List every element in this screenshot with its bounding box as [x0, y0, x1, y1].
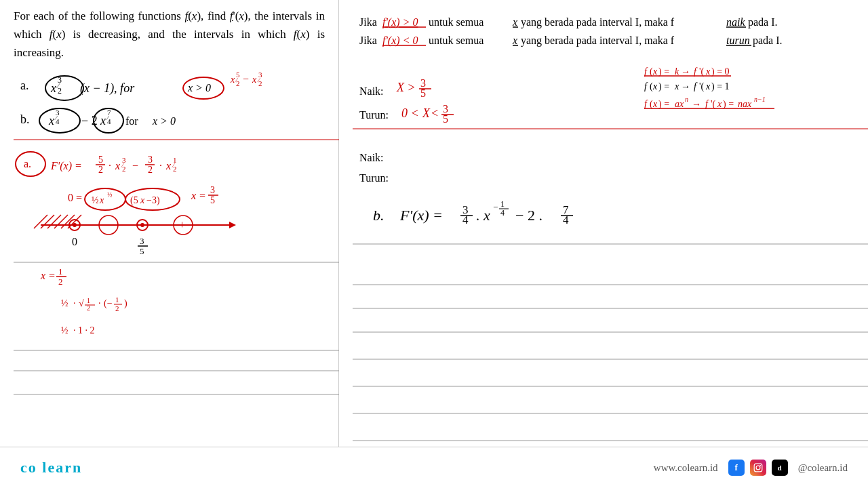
svg-text:x > 0: x > 0: [152, 115, 176, 127]
svg-point-19: [39, 108, 80, 133]
svg-text:·: ·: [73, 298, 76, 308]
svg-text:=: =: [199, 190, 205, 201]
svg-text:½: ½: [92, 195, 99, 205]
svg-text:x: x: [191, 190, 196, 201]
svg-text:X >: X >: [396, 81, 416, 94]
svg-text:Jika: Jika: [359, 16, 377, 28]
svg-text:2: 2: [87, 304, 90, 312]
svg-text:½: ½: [107, 191, 113, 199]
svg-text:·: ·: [159, 160, 162, 171]
svg-text:·: ·: [108, 160, 111, 171]
svg-text:k: k: [675, 66, 679, 77]
svg-text:(−: (−: [104, 298, 113, 309]
website-text: www.colearn.id: [654, 462, 718, 474]
svg-text:½: ½: [61, 325, 68, 336]
svg-text:4: 4: [56, 117, 60, 125]
svg-text:x: x: [165, 160, 171, 171]
logo: co learn: [20, 459, 82, 476]
svg-text:untuk semua: untuk semua: [429, 16, 484, 28]
svg-text:2: 2: [115, 304, 119, 312]
svg-text:x: x: [50, 81, 56, 95]
svg-text:F'(x) =: F'(x) =: [399, 207, 443, 224]
svg-text:Jika: Jika: [359, 35, 377, 46]
svg-text:+: +: [179, 219, 185, 230]
svg-text:f: f: [644, 99, 648, 109]
svg-text:turun: turun: [726, 35, 750, 46]
svg-text:·  1  ·  2: · 1 · 2: [73, 325, 95, 336]
svg-text:f: f: [694, 66, 698, 77]
instagram-icon: [750, 460, 766, 476]
svg-text:x: x: [230, 75, 235, 85]
svg-text:√: √: [79, 298, 84, 308]
svg-text:x: x: [674, 81, 679, 92]
svg-text:0 =: 0 =: [68, 192, 82, 203]
tiktok-icon: d: [772, 460, 788, 476]
svg-text:x: x: [100, 114, 106, 127]
svg-point-75: [73, 223, 77, 227]
svg-text:0: 0: [72, 236, 77, 247]
svg-line-67: [34, 215, 47, 228]
svg-text:1: 1: [115, 296, 119, 304]
svg-text:5: 5: [98, 155, 103, 165]
svg-text:3: 3: [148, 155, 153, 165]
math-svg: a. x 3 ⁄ 2 (x − 1), for x > 0 x 5 ⁄ 2: [14, 69, 339, 408]
svg-text:naik: naik: [726, 16, 745, 28]
svg-text:½: ½: [61, 298, 68, 308]
svg-text:5: 5: [420, 87, 426, 99]
svg-text:x: x: [705, 81, 711, 92]
svg-text:.: .: [476, 208, 479, 223]
svg-text:f: f: [644, 81, 648, 92]
svg-point-77: [140, 223, 144, 227]
social-handle: @colearn.id: [798, 462, 848, 474]
svg-text:→: →: [681, 81, 690, 92]
svg-point-206: [760, 465, 761, 466]
svg-text:−: −: [493, 202, 498, 212]
svg-text:2: 2: [122, 165, 126, 173]
svg-text:F'(x) =: F'(x) =: [50, 160, 82, 172]
left-panel: For each of the following functions f(x)…: [0, 0, 339, 447]
svg-text:2: 2: [58, 86, 62, 96]
svg-text:yang berada pada interval I, m: yang berada pada interval I, maka f: [521, 16, 675, 28]
svg-text:for: for: [125, 115, 138, 127]
svg-text:4: 4: [563, 214, 569, 226]
svg-text:b.: b.: [373, 207, 384, 224]
svg-text:pada I.: pada I.: [753, 35, 783, 47]
svg-text:=: =: [49, 270, 55, 281]
svg-line-69: [47, 215, 61, 228]
svg-text:x: x: [483, 207, 490, 224]
social-icons: f d: [728, 460, 788, 476]
svg-text:'(: '(: [699, 81, 705, 92]
svg-text:yang berada pada interval I, m: yang berada pada interval I, maka f: [521, 35, 675, 47]
svg-text:(x − 1),  for: (x − 1), for: [80, 81, 135, 96]
svg-text:−  2  .: − 2 .: [515, 207, 542, 224]
svg-text:2: 2: [258, 79, 262, 87]
svg-text:<: <: [431, 106, 438, 120]
svg-text:Turun:: Turun:: [359, 172, 389, 184]
svg-text:f: f: [705, 99, 709, 109]
svg-text:n−1: n−1: [754, 96, 766, 103]
svg-text:) = 1: ) = 1: [711, 81, 730, 92]
svg-text:−: −: [104, 219, 111, 230]
svg-point-54: [85, 188, 125, 210]
svg-text:3: 3: [210, 185, 215, 195]
svg-text:1: 1: [500, 199, 505, 209]
svg-text:2: 2: [236, 79, 240, 87]
svg-line-70: [54, 215, 68, 228]
svg-text:x: x: [512, 16, 517, 28]
svg-text:x: x: [652, 66, 658, 77]
svg-text:x > 0: x > 0: [187, 82, 211, 94]
svg-text:·: ·: [98, 298, 101, 308]
svg-text:n: n: [685, 96, 688, 103]
svg-text:nax: nax: [738, 99, 752, 109]
svg-text:2: 2: [173, 165, 177, 173]
svg-text:x: x: [652, 81, 658, 92]
svg-text:): ): [124, 298, 127, 309]
svg-text:x: x: [115, 160, 120, 171]
svg-text:x: x: [652, 99, 658, 109]
svg-text:5: 5: [140, 246, 144, 256]
svg-text:4: 4: [462, 214, 469, 226]
svg-text:→: →: [681, 66, 690, 77]
svg-text:f: f: [644, 66, 648, 77]
svg-line-71: [61, 215, 75, 228]
svg-text:Naik:: Naik:: [359, 152, 384, 163]
